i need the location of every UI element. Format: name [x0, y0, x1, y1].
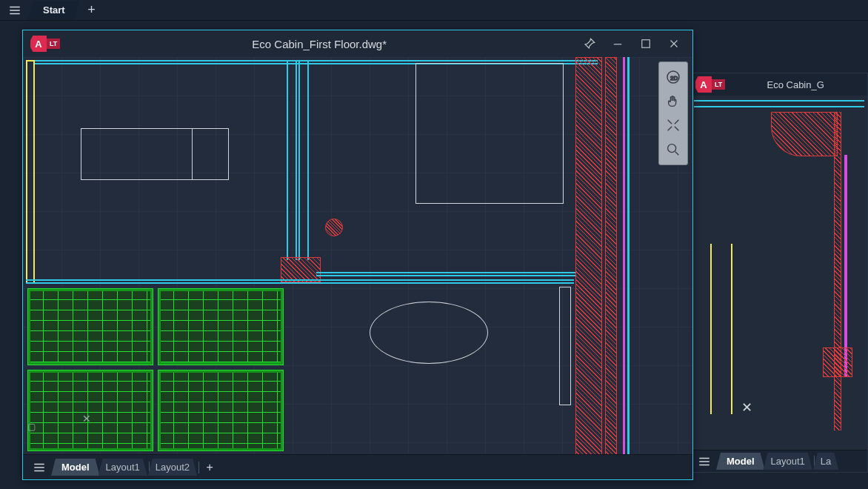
- svg-text:2D: 2D: [670, 75, 678, 82]
- cyan-edge-right: [627, 57, 630, 454]
- bg-document-title: Eco Cabin_G: [730, 79, 861, 90]
- float-document-title: Eco Cabin_First Floor.dwg*: [66, 38, 572, 50]
- bg-tab-model[interactable]: Model: [716, 453, 765, 470]
- bg-tab-layout2[interactable]: La: [813, 453, 838, 470]
- magenta-line: [844, 155, 847, 377]
- green-panel-1: [27, 288, 153, 365]
- bg-titlebar: A LT Eco Cabin_G: [690, 73, 867, 96]
- bg-tab-layout1[interactable]: Layout1: [764, 453, 812, 470]
- nav-zoom-extents-icon[interactable]: [659, 114, 687, 136]
- viewtab-menu-button[interactable]: [29, 459, 50, 476]
- app-badge: A LT: [695, 76, 725, 93]
- menu-button[interactable]: [4, 1, 25, 19]
- tab-start[interactable]: Start: [28, 1, 80, 20]
- view-tabbar: Model Layout1 Layout2 +: [23, 454, 692, 479]
- bg-viewtab-menu-button[interactable]: [694, 453, 715, 470]
- drawing-canvas[interactable]: ✕ ▢ 2D: [23, 57, 692, 454]
- cross-marker: ✕: [82, 413, 91, 425]
- bg-view-tabbar: Model Layout1 La: [690, 450, 867, 472]
- white-column: [559, 287, 571, 405]
- tab-layout1[interactable]: Layout1: [99, 459, 147, 476]
- yellow-line-1: [710, 244, 712, 414]
- svg-rect-0: [642, 40, 650, 48]
- cross-marker: ✕: [741, 399, 752, 416]
- app-badge-edition: LT: [712, 79, 725, 90]
- red-wall-right-2: [605, 57, 617, 454]
- white-rect-divider: [192, 128, 193, 180]
- app-tabbar: Start +: [0, 0, 868, 21]
- app-badge-letter: A: [695, 76, 712, 93]
- cyan-wall-mid-v: [287, 60, 297, 260]
- green-panel-4: [158, 370, 284, 451]
- pin-button[interactable]: [578, 33, 601, 55]
- cyan-wall-mid-h1: [26, 279, 574, 284]
- red-beam-joint: [281, 257, 321, 282]
- red-hatched-circle: [325, 219, 343, 236]
- floating-document-window[interactable]: A LT Eco Cabin_First Floor.dwg*: [22, 30, 693, 480]
- app-badge-edition: LT: [47, 39, 60, 49]
- yellow-wall-left: [26, 60, 35, 282]
- magenta-edge: [623, 57, 625, 454]
- new-tab-button[interactable]: +: [83, 1, 101, 19]
- red-block-lower: [823, 347, 852, 377]
- tab-layout2[interactable]: Layout2: [148, 459, 197, 476]
- close-button[interactable]: [663, 33, 685, 55]
- white-rect-upper-right: [415, 63, 564, 204]
- green-panel-2: [158, 288, 284, 365]
- divider: [198, 462, 199, 473]
- cyan-wall-mid-h2: [316, 272, 575, 276]
- bg-drawing-canvas[interactable]: ✕: [690, 96, 867, 450]
- green-panel-3: [27, 370, 153, 451]
- minimize-button[interactable]: [607, 33, 629, 55]
- red-wall-vertical: [834, 112, 841, 430]
- cyan-wall-mid-v2: [298, 60, 309, 260]
- float-titlebar[interactable]: A LT Eco Cabin_First Floor.dwg*: [23, 30, 692, 57]
- app-badge: A LT: [30, 36, 60, 52]
- workspace: A LT Eco Cabin_G ✕ Model Layout1 La: [0, 21, 868, 489]
- tab-model[interactable]: Model: [51, 459, 100, 476]
- red-wall-right: [575, 57, 602, 454]
- white-ellipse: [370, 302, 488, 364]
- white-rect-upper-left: [81, 128, 229, 180]
- tab-start-label: Start: [43, 4, 65, 16]
- maximize-button[interactable]: [635, 33, 657, 55]
- nav-zoom-icon[interactable]: [659, 139, 687, 161]
- svg-point-3: [668, 144, 676, 152]
- navigation-widget[interactable]: 2D: [658, 61, 688, 165]
- nav-orbit-icon[interactable]: 2D: [659, 66, 687, 88]
- background-document-window[interactable]: A LT Eco Cabin_G ✕ Model Layout1 La: [689, 73, 868, 473]
- cyan-wall: [694, 100, 864, 107]
- nav-pan-icon[interactable]: [659, 90, 687, 113]
- red-hatch-block: [771, 112, 838, 156]
- yellow-line-2: [731, 244, 732, 414]
- origin-marker: ▢: [27, 422, 36, 432]
- app-badge-letter: A: [30, 36, 47, 52]
- add-layout-button[interactable]: +: [201, 459, 218, 476]
